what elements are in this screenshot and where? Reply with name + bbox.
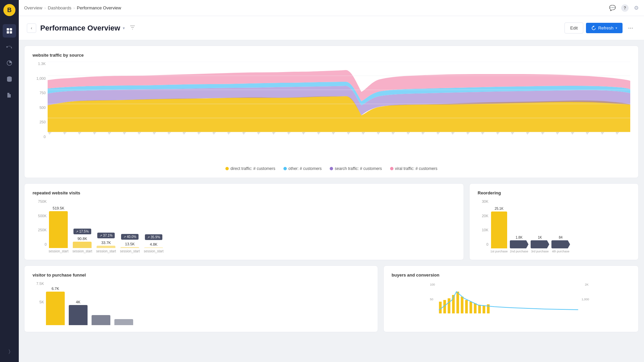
bar-label-2: session_start	[72, 249, 92, 253]
chart-svg	[48, 62, 630, 132]
visitor-funnel-card: visitor to purchase funnel 7.5K5K 6.7K	[24, 265, 378, 332]
reordering-y-labels: 30K20K10K0	[478, 199, 490, 246]
main-area: Overview › Dashboards › Performance Over…	[19, 0, 644, 362]
svg-text:1,000: 1,000	[581, 298, 589, 301]
visitor-bar-3	[92, 315, 110, 325]
bar-label-1: session_start	[49, 249, 68, 253]
reorder-arrow-4	[551, 240, 570, 248]
visitor-bar-4-bar	[114, 319, 133, 325]
bottom-row: visitor to purchase funnel 7.5K5K 6.7K	[24, 265, 639, 332]
visitor-bar-4	[114, 319, 133, 325]
reorder-lbl-1: 1st purchase	[490, 250, 508, 253]
legend-label-viral: viral traffic: # customers	[395, 166, 437, 171]
legend-dot-direct	[225, 167, 229, 170]
reorder-val-3: 1K	[538, 236, 542, 239]
bar-label-4: session_start	[120, 249, 140, 253]
reorder-val-2: 1.8K	[516, 236, 523, 239]
bar-value-5: 4.8K	[150, 242, 158, 246]
reorder-yellow-1	[491, 212, 507, 248]
reorder-lbl-2: 2nd purchase	[510, 250, 528, 253]
reorder-lbl-4: 4th purchase	[552, 250, 570, 253]
traffic-chart-title: website traffic by source	[33, 53, 630, 58]
svg-rect-25	[474, 303, 476, 313]
topbar-icons: 💬 ? ⚙	[609, 4, 639, 12]
bar-4	[120, 247, 139, 248]
dashboard-header: ‹ Performance Overview ▾ Edit Refresh ▾ …	[19, 16, 644, 40]
repeated-visits-bars: 519.5K session_start ↗17.5% 90.8K sessio…	[49, 199, 455, 253]
settings-icon[interactable]: ⚙	[634, 5, 639, 11]
legend-search: search traffic: # customers	[330, 166, 382, 171]
visitor-bars: 6.7K 4K	[46, 282, 370, 325]
buyers-chart: 100 50 2K 1,000	[392, 282, 630, 315]
filter-icon[interactable]	[129, 24, 136, 32]
breadcrumb: Overview › Dashboards › Performance Over…	[24, 5, 121, 10]
legend-dot-viral	[390, 167, 393, 170]
bar-value-3: 33.7K	[101, 241, 111, 245]
bar-arrow-5: ↗35.9%	[145, 234, 162, 240]
reordering-bars: 25.1K 1st purchase 1.8K 2nd purchase	[490, 199, 630, 253]
title-dropdown-icon[interactable]: ▾	[123, 26, 125, 31]
legend-label-direct: direct traffic: # customers	[230, 166, 275, 171]
content-area: website traffic by source 1.3K1,00075050…	[19, 40, 644, 362]
bar-group-1: 519.5K session_start	[49, 206, 68, 253]
legend-direct: direct traffic: # customers	[225, 166, 275, 171]
help-icon[interactable]: ?	[621, 4, 629, 12]
repeated-visits-title: repeated website visits	[33, 190, 455, 195]
buyers-title: buyers and conversion	[392, 273, 630, 278]
svg-text:50: 50	[430, 298, 433, 301]
reorder-arrow-3	[531, 240, 549, 248]
svg-rect-22	[461, 297, 463, 313]
nav-item-dashboard[interactable]	[3, 24, 16, 38]
nav-item-data[interactable]	[3, 72, 16, 86]
middle-row: repeated website visits 750K500K250K0 51…	[24, 183, 639, 260]
nav-item-analytics[interactable]	[3, 56, 16, 70]
breadcrumb-dashboards[interactable]: Dashboards	[48, 5, 71, 10]
reorder-bar-3: 1K 3rd purchase	[531, 236, 549, 253]
svg-rect-2	[7, 31, 9, 34]
reorder-lbl-3: 3rd purchase	[531, 250, 549, 253]
nav-expand-button[interactable]: 〉	[3, 345, 16, 358]
reorder-bar-4: 84 4th purchase	[551, 236, 570, 253]
repeated-visits-chart: 750K500K250K0 519.5K session_start	[33, 199, 455, 253]
legend-dot-other	[283, 167, 287, 170]
topbar: Overview › Dashboards › Performance Over…	[19, 0, 644, 16]
dashboard-title: Performance Overview	[40, 24, 120, 33]
nav-item-campaigns[interactable]	[3, 40, 16, 54]
breadcrumb-overview[interactable]: Overview	[24, 5, 42, 10]
reorder-bar-2: 1.8K 2nd purchase	[510, 236, 529, 253]
visitor-y-labels: 7.5K5K	[33, 282, 46, 318]
more-options-button[interactable]: ···	[625, 23, 636, 34]
svg-rect-26	[478, 305, 481, 313]
bar-2	[73, 242, 92, 248]
legend-label-search: search traffic: # customers	[335, 166, 382, 171]
svg-rect-0	[7, 28, 9, 31]
legend-viral: viral traffic: # customers	[390, 166, 437, 171]
svg-rect-1	[10, 28, 12, 31]
visitor-funnel-title: visitor to purchase funnel	[33, 273, 370, 278]
svg-rect-17	[439, 302, 441, 313]
breadcrumb-current: Performance Overview	[77, 5, 121, 10]
legend-label-other: other: # customers	[288, 166, 322, 171]
bar-value-4: 13.5K	[125, 242, 135, 246]
repeated-visits-y-labels: 750K500K250K0	[33, 199, 49, 246]
traffic-chart-area: 1.3K1,0007505002500	[33, 62, 630, 149]
svg-rect-24	[469, 302, 472, 313]
reordering-card: Reordering 30K20K10K0 25.1K 1st purchase	[469, 183, 639, 260]
bar-label-3: session_start	[96, 249, 116, 253]
chat-icon[interactable]: 💬	[609, 5, 616, 11]
bar-group-4: ↗40.0% 13.5K session_start	[120, 242, 140, 253]
back-button[interactable]: ‹	[27, 23, 36, 33]
left-navigation: B 〉	[0, 0, 19, 362]
bar-yellow-1	[49, 211, 68, 248]
edit-button[interactable]: Edit	[565, 22, 583, 34]
bar-value-1: 519.5K	[53, 206, 64, 210]
bar-arrow-4: ↗40.0%	[121, 234, 139, 240]
header-actions: Edit Refresh ▾ ···	[565, 22, 636, 34]
svg-rect-19	[447, 298, 450, 313]
refresh-button[interactable]: Refresh ▾	[586, 23, 623, 33]
legend-dot-search	[330, 167, 333, 170]
svg-text:2K: 2K	[585, 283, 588, 286]
reordering-chart: 30K20K10K0 25.1K 1st purchase 1.8K	[478, 199, 630, 253]
reorder-val-1: 25.1K	[495, 207, 503, 210]
nav-item-files[interactable]	[3, 88, 16, 102]
